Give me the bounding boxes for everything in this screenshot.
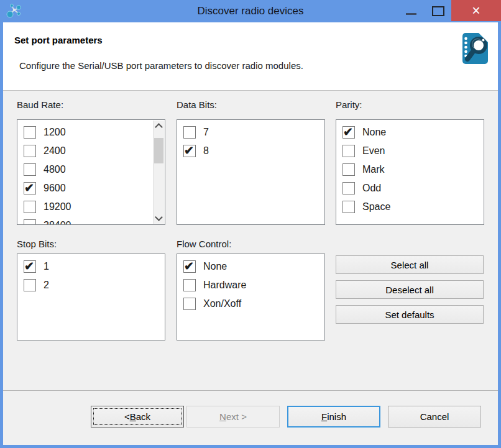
minimize-icon — [406, 13, 416, 15]
checkbox[interactable] — [342, 163, 355, 176]
wizard-footer: < Back Next > Finish Cancel — [3, 390, 498, 445]
list-item[interactable]: 38400 — [17, 216, 165, 225]
checkbox[interactable] — [342, 145, 355, 157]
back-button[interactable]: < Back — [91, 406, 184, 427]
page-title: Set port parameters — [14, 35, 103, 45]
chevron-up-icon — [155, 123, 163, 131]
checkbox[interactable] — [342, 201, 355, 213]
item-label: 7 — [203, 127, 209, 138]
list-item[interactable]: Hardware — [177, 276, 324, 295]
flow-control-list: None Hardware Xon/Xoff — [177, 254, 325, 341]
item-label: Even — [362, 145, 385, 157]
cancel-button[interactable]: Cancel — [388, 406, 481, 427]
checkbox[interactable] — [183, 126, 196, 139]
checkbox[interactable] — [183, 145, 196, 157]
scroll-up-button[interactable] — [154, 121, 164, 131]
item-label: 1 — [44, 261, 49, 272]
maximize-button[interactable] — [426, 0, 450, 22]
data-bits-label: Data Bits: — [177, 99, 217, 110]
item-label: 9600 — [44, 183, 66, 194]
checkbox[interactable] — [183, 279, 196, 291]
titlebar: Discover radio devices × — [0, 0, 501, 22]
item-label: 2 — [44, 280, 49, 291]
list-item[interactable]: 8 — [177, 142, 324, 160]
checkbox[interactable] — [24, 219, 36, 225]
close-button[interactable]: × — [451, 0, 501, 21]
list-item[interactable]: Xon/Xoff — [177, 295, 324, 313]
list-item[interactable]: 1200 — [17, 123, 165, 142]
chevron-down-icon — [155, 213, 163, 221]
parity-list: None Even Mark Odd Space — [336, 119, 484, 225]
wizard-body: Baud Rate: 1200 2400 4800 9600 19200 384… — [3, 91, 498, 390]
stop-bits-list: 1 2 — [17, 254, 165, 341]
stop-bits-label: Stop Bits: — [17, 239, 57, 249]
baud-rate-list[interactable]: 1200 2400 4800 9600 19200 38400 — [17, 119, 165, 225]
checkbox[interactable] — [24, 260, 36, 273]
list-item[interactable]: 1 — [17, 257, 165, 276]
item-label: Space — [362, 201, 390, 213]
deselect-all-button[interactable]: Deselect all — [336, 280, 484, 299]
checkbox[interactable] — [24, 201, 36, 213]
item-label: 8 — [203, 145, 209, 157]
item-label: 2400 — [44, 145, 66, 157]
parity-label: Parity: — [336, 99, 362, 110]
scrollbar[interactable] — [153, 121, 164, 224]
discover-module-icon — [459, 31, 490, 66]
dialog-window: Discover radio devices × Set port parame… — [0, 0, 501, 448]
checkbox[interactable] — [342, 126, 355, 139]
maximize-icon — [432, 6, 444, 16]
flow-control-label: Flow Control: — [177, 239, 231, 249]
list-item[interactable]: Even — [336, 142, 484, 160]
item-label: None — [203, 261, 227, 272]
select-all-button[interactable]: Select all — [336, 255, 484, 274]
checkbox[interactable] — [342, 182, 355, 194]
item-label: None — [362, 127, 386, 138]
checkbox[interactable] — [24, 182, 36, 194]
checkbox[interactable] — [183, 260, 196, 273]
list-item[interactable]: Odd — [336, 179, 484, 198]
item-label: 4800 — [44, 164, 66, 175]
minimize-button[interactable] — [399, 0, 423, 22]
list-item[interactable]: 9600 — [17, 179, 165, 198]
scrollbar-thumb[interactable] — [154, 138, 163, 163]
item-label: Xon/Xoff — [203, 298, 241, 309]
list-item[interactable]: 2 — [17, 276, 165, 295]
list-item[interactable]: None — [336, 123, 484, 142]
checkbox[interactable] — [183, 298, 196, 310]
wizard-header: Set port parameters Configure the Serial… — [3, 22, 498, 91]
list-item[interactable]: 19200 — [17, 198, 165, 216]
page-subtitle: Configure the Serial/USB port parameters… — [19, 60, 303, 71]
list-item[interactable]: 7 — [177, 123, 324, 142]
checkbox[interactable] — [24, 126, 36, 139]
item-label: 1200 — [44, 127, 66, 138]
list-item[interactable]: Space — [336, 198, 484, 216]
item-label: Mark — [362, 164, 385, 175]
cancel-label: Cancel — [420, 411, 449, 422]
item-label: Hardware — [203, 280, 246, 291]
item-label: 19200 — [44, 201, 71, 213]
list-item[interactable]: Mark — [336, 160, 484, 179]
back-label: < — [124, 411, 130, 422]
data-bits-list: 7 8 — [177, 119, 325, 225]
set-defaults-button[interactable]: Set defaults — [336, 305, 484, 324]
item-label: 38400 — [44, 220, 71, 225]
list-item[interactable]: 2400 — [17, 142, 165, 160]
list-item[interactable]: 4800 — [17, 160, 165, 179]
item-label: Odd — [362, 183, 381, 194]
list-item[interactable]: None — [177, 257, 324, 276]
scroll-down-button[interactable] — [154, 213, 164, 224]
checkbox[interactable] — [24, 145, 36, 157]
checkbox[interactable] — [24, 163, 36, 176]
baud-rate-label: Baud Rate: — [17, 99, 63, 110]
checkbox[interactable] — [24, 279, 36, 291]
next-button[interactable]: Next > — [186, 406, 280, 427]
finish-button[interactable]: Finish — [287, 406, 380, 427]
